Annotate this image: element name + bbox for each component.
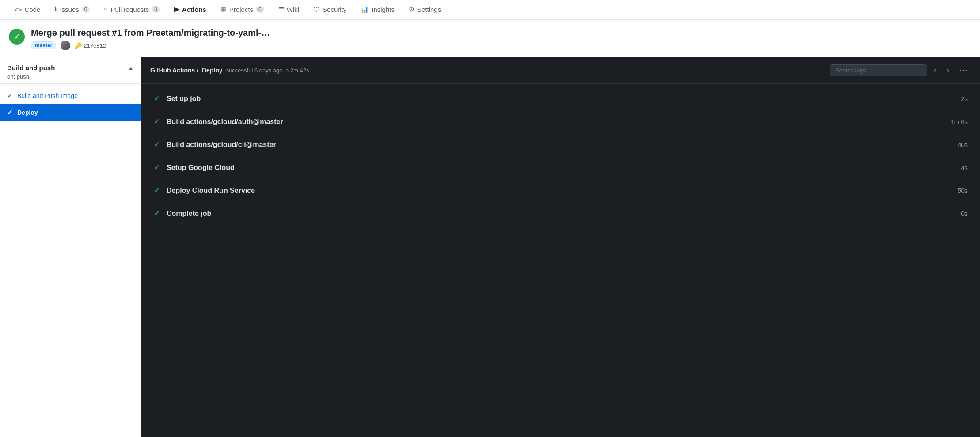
step-check-icon: ✓ [154,209,160,218]
jobs-list: ✓ Build and Push Image ✓ Deploy [0,84,141,124]
commit-info: Merge pull request #1 from Preetam/migra… [31,28,270,50]
step-time: 0s [961,210,968,217]
commit-meta: master 🔑 217e812 [31,41,270,50]
pull-requests-icon: ⑂ [104,6,108,13]
log-steps: ✓ Set up job 2s ✓ Build actions/gcloud/a… [141,84,980,437]
log-prev-button[interactable]: ‹ [931,64,939,77]
projects-icon: ▦ [220,5,227,13]
log-step[interactable]: ✓ Build actions/gcloud/auth@master 1m 6s [141,110,980,133]
log-step[interactable]: ✓ Complete job 0s [141,202,980,225]
workflow-header: Build and push ▲ [7,64,134,72]
step-name: Build actions/gcloud/auth@master [167,118,283,126]
step-check-icon: ✓ [154,94,160,103]
actions-icon: ▶ [174,5,179,13]
tab-issues[interactable]: ℹ Issues 0 [47,0,97,19]
wiki-icon: ☰ [278,5,284,13]
sidebar: Build and push ▲ on: push ✓ Build and Pu… [0,57,141,437]
pull-requests-badge: 0 [152,6,160,13]
log-step[interactable]: ✓ Deploy Cloud Run Service 50s [141,179,980,202]
log-step-left: ✓ Complete job [154,209,211,218]
insights-icon: 📊 [361,5,369,13]
top-nav: <> Code ℹ Issues 0 ⑂ Pull requests 0 ▶ A… [0,0,980,20]
step-name: Set up job [167,95,201,103]
commit-title: Merge pull request #1 from Preetam/migra… [31,28,270,38]
branch-badge[interactable]: master [31,41,56,49]
tab-projects[interactable]: ▦ Projects 0 [213,0,271,19]
step-time: 2s [961,95,968,102]
security-icon: 🛡 [313,6,320,13]
log-step[interactable]: ✓ Build actions/gcloud/cli@master 40s [141,133,980,156]
job-check-icon-deploy: ✓ [7,109,13,117]
log-next-button[interactable]: › [944,64,952,77]
log-more-button[interactable]: ⋯ [956,63,971,77]
tab-wiki[interactable]: ☰ Wiki [271,0,306,19]
step-name: Deploy Cloud Run Service [167,187,255,195]
job-label-build: Build and Push Image [17,92,78,99]
workflow-name: Build and push [7,64,55,72]
main-layout: Build and push ▲ on: push ✓ Build and Pu… [0,57,980,437]
log-header-controls: ‹ › ⋯ [830,63,971,77]
log-panel: GitHub Actions / Deploy successful 6 day… [141,57,980,437]
tab-actions[interactable]: ▶ Actions [167,0,213,19]
tab-insights[interactable]: 📊 Insights [353,0,402,19]
tab-security[interactable]: 🛡 Security [306,0,353,19]
job-item-build-push[interactable]: ✓ Build and Push Image [0,87,141,104]
log-step-left: ✓ Set up job [154,94,201,103]
search-logs-input[interactable] [830,64,927,76]
commit-header: ✓ Merge pull request #1 from Preetam/mig… [0,20,980,57]
log-header-breadcrumb: GitHub Actions / Deploy successful 6 day… [150,67,309,74]
log-step-left: ✓ Setup Google Cloud [154,163,235,172]
step-check-icon: ✓ [154,186,160,195]
log-step-left: ✓ Deploy Cloud Run Service [154,186,255,195]
job-label-deploy: Deploy [17,109,38,116]
step-check-icon: ✓ [154,117,160,126]
commit-hash: 🔑 217e812 [75,42,106,49]
code-icon: <> [14,6,22,13]
workflow-section: Build and push ▲ on: push [0,57,141,84]
step-time: 1m 6s [951,118,968,125]
step-name: Complete job [167,210,211,218]
tab-code[interactable]: <> Code [7,0,47,19]
job-check-icon-build: ✓ [7,92,13,100]
tab-settings[interactable]: ⚙ Settings [402,0,448,19]
step-time: 50s [957,187,968,194]
log-meta: successful 6 days ago in 2m 42s [226,67,309,74]
key-icon: 🔑 [75,42,82,49]
issues-badge: 0 [82,6,90,13]
step-time: 4s [961,164,968,171]
log-header: GitHub Actions / Deploy successful 6 day… [141,57,980,84]
workflow-trigger: on: push [7,73,134,80]
log-step-left: ✓ Build actions/gcloud/auth@master [154,117,283,126]
log-breadcrumb-prefix: GitHub Actions / Deploy [150,67,223,74]
avatar [61,41,70,50]
log-step[interactable]: ✓ Set up job 2s [141,87,980,110]
step-name: Build actions/gcloud/cli@master [167,141,276,149]
settings-icon: ⚙ [409,5,414,13]
step-name: Setup Google Cloud [167,164,235,172]
commit-status-icon: ✓ [9,29,25,45]
step-time: 40s [957,141,968,148]
log-job-name: Deploy [202,67,223,74]
projects-badge: 0 [256,6,264,13]
issues-icon: ℹ [54,5,57,13]
log-step[interactable]: ✓ Setup Google Cloud 4s [141,156,980,179]
tab-pull-requests[interactable]: ⑂ Pull requests 0 [97,0,167,19]
step-check-icon: ✓ [154,163,160,172]
step-check-icon: ✓ [154,140,160,149]
chevron-up-icon[interactable]: ▲ [128,64,134,72]
log-step-left: ✓ Build actions/gcloud/cli@master [154,140,276,149]
job-item-deploy[interactable]: ✓ Deploy [0,104,141,121]
